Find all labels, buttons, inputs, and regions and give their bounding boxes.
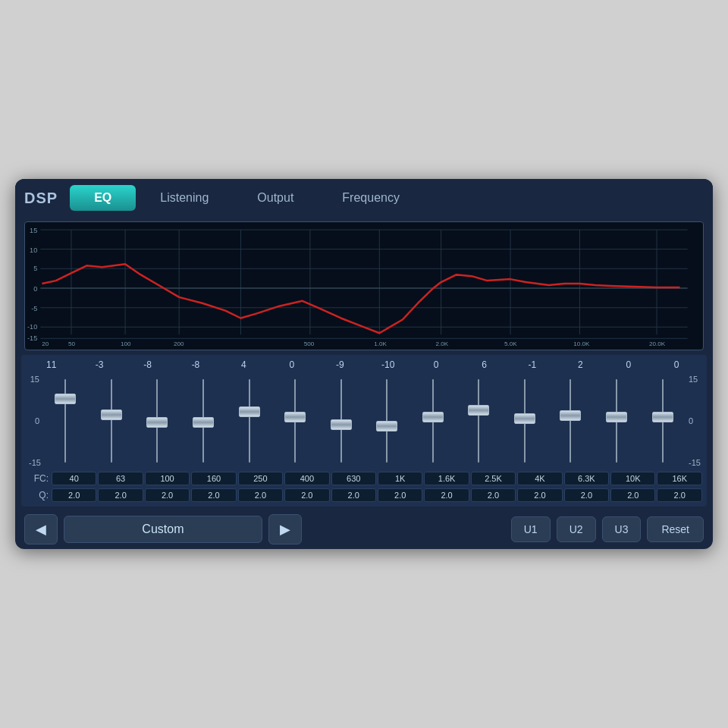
fc-value-12[interactable]: 10K	[610, 472, 655, 485]
fc-value-3[interactable]: 160	[191, 472, 236, 485]
q-value-8[interactable]: 2.0	[424, 488, 469, 502]
u1-button[interactable]: U1	[511, 516, 551, 542]
fader-track-4[interactable]	[229, 375, 270, 466]
svg-text:5.0K: 5.0K	[504, 340, 517, 347]
fader-track-9[interactable]	[458, 375, 499, 466]
fader-value-10: -1	[511, 359, 554, 370]
fader-track-2[interactable]	[136, 375, 177, 466]
fader-thumb-7[interactable]	[376, 421, 397, 431]
fader-track-12[interactable]	[596, 375, 637, 466]
q-value-1[interactable]: 2.0	[98, 488, 143, 502]
fader-thumb-6[interactable]	[331, 419, 352, 430]
q-value-3[interactable]: 2.0	[191, 488, 236, 502]
fader-track-6[interactable]	[321, 375, 362, 466]
scale-right-top: 15	[689, 375, 699, 384]
fader-value-5: 0	[271, 359, 313, 370]
fader-line-4	[249, 379, 250, 463]
fader-line-11	[570, 379, 571, 463]
q-value-11[interactable]: 2.0	[564, 488, 609, 502]
q-value-13[interactable]: 2.0	[657, 488, 701, 502]
fader-track-13[interactable]	[642, 375, 683, 466]
fc-value-11[interactable]: 6.3K	[564, 472, 609, 485]
fader-thumb-1[interactable]	[101, 410, 122, 420]
fader-thumb-9[interactable]	[468, 405, 489, 416]
fader-track-11[interactable]	[550, 375, 591, 466]
fader-thumb-13[interactable]	[652, 412, 673, 422]
fc-value-6[interactable]: 630	[331, 472, 376, 485]
fader-track-10[interactable]	[504, 375, 545, 466]
q-value-6[interactable]: 2.0	[331, 488, 376, 502]
svg-text:2.0K: 2.0K	[435, 340, 448, 347]
fc-value-10[interactable]: 4K	[517, 472, 562, 485]
q-row: Q: 2.02.02.02.02.02.02.02.02.02.02.02.02…	[21, 487, 707, 504]
fader-value-11: 2	[559, 359, 601, 370]
fc-row: FC: 40631001602504006301K1.6K2.5K4K6.3K1…	[21, 470, 707, 487]
q-value-2[interactable]: 2.0	[145, 488, 190, 502]
faders-inner	[42, 372, 686, 470]
fader-track-5[interactable]	[275, 375, 315, 466]
fader-track-8[interactable]	[413, 375, 453, 466]
fc-value-13[interactable]: 16K	[657, 472, 701, 485]
tab-eq[interactable]: EQ	[70, 185, 136, 211]
fader-value-0: 11	[30, 359, 73, 370]
q-value-7[interactable]: 2.0	[378, 488, 422, 502]
fader-track-3[interactable]	[183, 375, 224, 466]
fader-thumb-5[interactable]	[284, 412, 306, 422]
fader-line-2	[156, 379, 158, 463]
svg-text:15: 15	[30, 227, 37, 234]
fader-value-6: -9	[318, 359, 361, 370]
q-value-12[interactable]: 2.0	[610, 488, 655, 502]
preset-name[interactable]: Custom	[64, 516, 262, 543]
fader-line-5	[294, 379, 296, 463]
fc-value-1[interactable]: 63	[98, 472, 143, 485]
fc-label: FC:	[26, 473, 49, 484]
svg-text:10: 10	[30, 246, 37, 254]
fader-thumb-4[interactable]	[239, 406, 260, 417]
q-value-4[interactable]: 2.0	[238, 488, 283, 502]
fc-value-4[interactable]: 250	[238, 472, 283, 485]
fc-value-8[interactable]: 1.6K	[424, 472, 469, 485]
fader-track-0[interactable]	[45, 375, 86, 466]
tab-bar: DSP EQ Listening Output Frequency	[15, 179, 713, 217]
q-value-9[interactable]: 2.0	[471, 488, 516, 502]
dsp-label: DSP	[24, 190, 58, 207]
q-value-0[interactable]: 2.0	[52, 488, 96, 502]
scale-right-mid: 0	[689, 416, 699, 425]
fader-track-1[interactable]	[91, 375, 132, 466]
fc-value-0[interactable]: 40	[52, 472, 96, 485]
q-label: Q:	[26, 490, 49, 500]
u2-button[interactable]: U2	[557, 516, 596, 542]
fader-track-7[interactable]	[366, 375, 407, 466]
faders-row: 15 0 -15 15 0 -15	[21, 372, 707, 470]
tab-listening[interactable]: Listening	[136, 185, 233, 211]
fader-line-3	[202, 379, 204, 463]
reset-button[interactable]: Reset	[647, 516, 704, 542]
fc-value-7[interactable]: 1K	[378, 472, 422, 485]
fader-value-3: -8	[174, 359, 217, 370]
prev-button[interactable]: ◀	[24, 514, 58, 544]
fader-thumb-10[interactable]	[514, 413, 535, 424]
fader-thumb-0[interactable]	[55, 394, 76, 404]
scale-top: 15	[29, 375, 39, 384]
q-value-10[interactable]: 2.0	[517, 488, 562, 502]
fc-value-5[interactable]: 400	[284, 472, 329, 485]
fader-value-9: 6	[463, 359, 506, 370]
fc-value-2[interactable]: 100	[145, 472, 190, 485]
app-container: DSP EQ Listening Output Frequency	[15, 179, 713, 549]
fader-thumb-8[interactable]	[422, 412, 444, 422]
tab-output[interactable]: Output	[233, 185, 318, 211]
u3-button[interactable]: U3	[602, 516, 642, 542]
fader-thumb-11[interactable]	[560, 410, 581, 421]
q-value-5[interactable]: 2.0	[284, 488, 329, 502]
fader-value-4: 4	[222, 359, 265, 370]
fader-value-13: 0	[655, 359, 698, 370]
next-button[interactable]: ▶	[268, 514, 302, 544]
fader-line-8	[432, 379, 434, 463]
svg-text:50: 50	[68, 340, 76, 347]
tab-frequency[interactable]: Frequency	[318, 185, 424, 211]
fc-value-9[interactable]: 2.5K	[471, 472, 516, 485]
fader-thumb-2[interactable]	[146, 417, 168, 428]
fader-thumb-3[interactable]	[193, 417, 214, 428]
fader-thumb-12[interactable]	[606, 412, 627, 422]
eq-graph[interactable]: 15 10 5 0 -5 -10 -15 20 50 100 200 500 1…	[24, 221, 704, 350]
